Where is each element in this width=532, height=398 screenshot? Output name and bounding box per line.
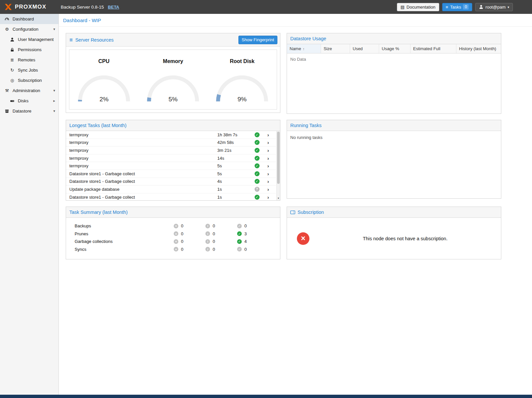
error-circle-icon: × [174,247,178,251]
server-stack-icon: ≣ [10,57,15,62]
scrollbar[interactable]: ▼ [276,131,280,200]
user-name: root@pam [485,5,506,10]
sidebar-item-administration[interactable]: ⚒ Administration ▾ [0,85,58,96]
svg-text:9%: 9% [238,96,247,103]
ok-count: 4 [244,239,247,244]
scrollbar-down-button[interactable]: ▼ [277,196,280,200]
caret-down-icon: ▾ [53,109,55,113]
running-tasks-header: Running Tasks [287,120,501,131]
right-column: Datastore Usage Name ↑ Size Used Usage %… [287,33,501,259]
task-duration: 1h 38m 7s [217,132,251,137]
chevron-right-icon[interactable]: › [263,132,273,138]
documentation-label: Documentation [407,5,435,10]
chevron-right-icon[interactable]: › [263,186,273,192]
task-summary-header: Task Summary (last Month) [66,207,280,218]
page-title: Dashboard - WIP [59,14,532,27]
top-bar: PROXMOX Backup Server 0.8-15 BETA ▤ Docu… [0,0,532,14]
panel-title: Subscription [298,210,324,215]
chevron-right-icon[interactable]: › [263,171,273,177]
root-disk-gauge: Root Disk 9% [208,50,277,109]
column-header-name[interactable]: Name ↑ [287,44,321,53]
sidebar-item-label: Permissions [18,47,42,52]
sidebar-item-user-management[interactable]: User Management [0,34,58,45]
svg-text:5%: 5% [168,96,178,103]
task-name: termproxy [66,132,217,137]
task-row[interactable]: termproxy 5s ✓ › [66,162,276,170]
chevron-right-icon[interactable]: › [263,140,273,145]
user-icon [10,37,15,42]
subscription-panel: Subscription × This node does not have a… [287,207,501,259]
task-row[interactable]: termproxy 3m 21s ✓ › [66,147,276,154]
chevron-right-icon[interactable]: › [263,155,273,161]
longest-tasks-list: termproxy 1h 38m 7s ✓ › termproxy 42m 58… [66,131,280,200]
beta-link[interactable]: BETA [108,5,119,10]
archive-box-icon [4,109,10,114]
show-fingerprint-button[interactable]: Show Fingerprint [238,36,277,44]
task-row[interactable]: Datastore store1 - Garbage collect 1s ✓ … [66,193,276,200]
chevron-right-icon[interactable]: › [263,148,273,153]
summary-label: Garbage collections [66,239,174,244]
sidebar-item-label: Disks [18,98,28,103]
user-menu-button[interactable]: root@pam ▾ [475,3,513,11]
chevron-right-icon[interactable]: › [263,179,273,184]
task-row[interactable]: termproxy 42m 58s ✓ › [66,139,276,147]
status-ok-icon: ✓ [255,195,260,200]
tasks-button[interactable]: ≡ Tasks 0 [442,3,473,11]
error-count: 0 [181,247,183,252]
tasks-label: Tasks [450,5,461,10]
chevron-right-icon[interactable]: › [263,194,273,200]
task-row[interactable]: Datastore store1 - Garbage collect 4s ✓ … [66,178,276,186]
unlock-icon [10,48,15,52]
task-row[interactable]: termproxy 14s ✓ › [66,154,276,162]
sidebar-item-label: Administration [13,88,40,93]
sidebar-item-label: Remotes [18,57,35,62]
wrench-icon: ⚒ [4,88,10,93]
status-ok-icon: ✓ [255,179,260,184]
panel-title: Running Tasks [290,123,322,128]
sidebar-item-remotes[interactable]: ≣ Remotes [0,55,58,65]
ticket-icon [290,210,295,215]
ok-circle-icon: ✓ [237,224,242,228]
chevron-right-icon[interactable]: › [263,163,273,169]
task-duration: 5s [217,171,251,176]
cpu-gauge-arc: 2% [73,72,135,105]
status-ok-icon: ✓ [255,132,260,137]
sidebar-item-sync-jobs[interactable]: ↻ Sync Jobs [0,65,58,75]
gears-icon: ⚙ [4,27,10,32]
task-row[interactable]: Update package database 1s ? › [66,185,276,193]
sidebar-item-label: Subscription [18,78,42,83]
sidebar: Dashboard ⚙ Configuration ▾ User Managem… [0,14,59,395]
column-header-usage-pct[interactable]: Usage % [379,44,410,53]
column-header-size[interactable]: Size [321,44,350,53]
panel-title: Task Summary (last Month) [69,210,127,215]
running-tasks-panel: Running Tasks No running tasks [287,120,501,199]
documentation-button[interactable]: ▤ Documentation [397,3,439,11]
warning-circle-icon: ! [205,247,210,251]
ok-circle-icon: ✓ [237,239,242,244]
task-row[interactable]: termproxy 1h 38m 7s ✓ › [66,131,276,139]
datastore-usage-header: Datastore Usage [287,33,501,44]
summary-row: Garbage collections ×0 !0 ✓4 [66,238,280,246]
gauges-container: CPU 2% Memory [69,50,277,110]
sidebar-item-disks[interactable]: Disks ▸ [0,96,58,106]
dashboard-content: ≣ Server Resources Show Fingerprint CPU … [59,27,532,259]
sidebar-item-permissions[interactable]: Permissions [0,45,58,55]
gauge-label: Memory [163,58,183,64]
task-duration: 14s [217,156,251,161]
sidebar-item-subscription[interactable]: ◎ Subscription [0,75,58,85]
column-header-used[interactable]: Used [350,44,379,53]
column-header-history[interactable]: History (last Month) [456,44,501,53]
warning-count: 0 [213,223,215,228]
scrollbar-thumb[interactable] [277,132,280,184]
sidebar-item-label: Datastore [13,109,31,114]
sidebar-item-configuration[interactable]: ⚙ Configuration ▾ [0,24,58,34]
subscription-header: Subscription [287,207,501,218]
ok-count: 3 [244,231,247,236]
sidebar-item-datastore[interactable]: Datastore ▾ [0,106,58,116]
column-header-estimated-full[interactable]: Estimated Full [410,44,456,53]
sidebar-item-dashboard[interactable]: Dashboard [0,14,58,24]
ok-count: 0 [244,223,247,228]
task-row[interactable]: Datastore store1 - Garbage collect 5s ✓ … [66,170,276,178]
cpu-gauge: CPU 2% [69,50,138,109]
summary-label: Syncs [66,247,174,252]
